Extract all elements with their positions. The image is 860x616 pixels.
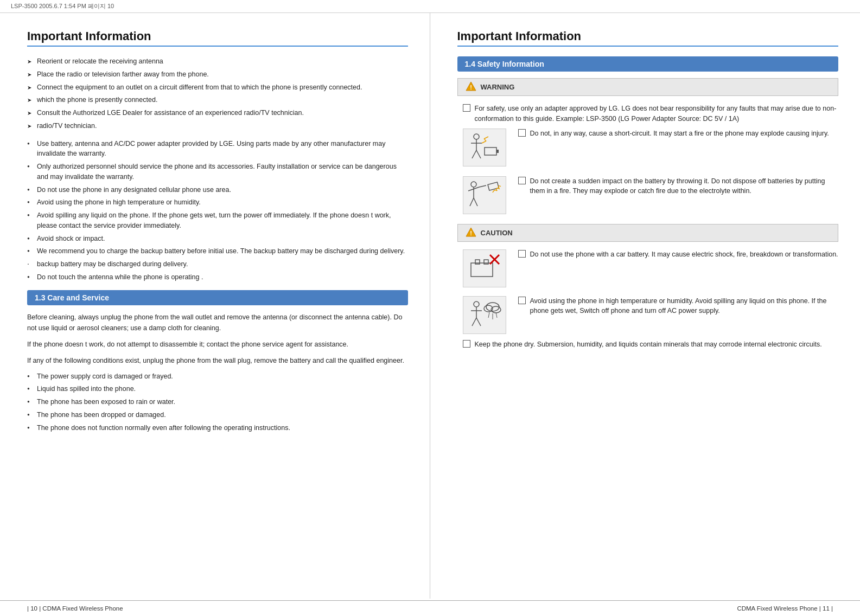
warning-label: WARNING xyxy=(481,83,515,91)
dot-item-4: Avoid using the phone in high temperatur… xyxy=(27,197,408,208)
footer: | 10 | CDMA Fixed Wireless Phone CDMA Fi… xyxy=(0,600,860,616)
svg-rect-21 xyxy=(471,263,493,277)
svg-rect-22 xyxy=(475,260,480,264)
arrow-item-3: Connect the equipment to an outlet on a … xyxy=(27,82,408,93)
svg-rect-7 xyxy=(485,147,496,155)
svg-line-17 xyxy=(474,198,477,206)
caution-item-2: Avoid using the phone in high temperatur… xyxy=(463,296,839,334)
svg-point-12 xyxy=(471,182,476,187)
arrow-item-2: Place the radio or television farther aw… xyxy=(27,69,408,80)
checkbox-icon-2 xyxy=(518,129,526,137)
checkbox-icon-c1 xyxy=(518,250,526,258)
warning-text-2: Do not, in any way, cause a short-circui… xyxy=(530,129,829,139)
condition-5: The phone does not function normally eve… xyxy=(27,423,408,433)
dot-item-3: Do not use the phone in any designated c… xyxy=(27,185,408,195)
dot-item-7: We recommend you to charge the backup ba… xyxy=(27,246,408,256)
care-section-header-text: 1.3 Care and Service xyxy=(35,293,109,302)
top-bar-text: LSP-3500 2005.6.7 1:54 PM 페이지 10 xyxy=(11,3,114,9)
caution-text-2: Avoid using the phone in high temperatur… xyxy=(530,296,839,317)
warning-triangle-icon: ! xyxy=(466,81,476,93)
caution-text-3: Keep the phone dry. Submersion, humidity… xyxy=(475,339,822,350)
svg-line-16 xyxy=(470,198,474,206)
car-battery-image xyxy=(463,249,506,287)
safety-header-text: 1.4 Safety Information xyxy=(465,60,544,68)
warning-item-2-text: Do not, in any way, cause a short-circui… xyxy=(514,129,839,143)
condition-2: Liquid has spilled into the phone. xyxy=(27,384,408,394)
care-para-2: If the phone doesn t work, do not attemp… xyxy=(27,339,408,350)
condition-3: The phone has been exposed to rain or wa… xyxy=(27,397,408,407)
left-column: Important Information Reorient or reloca… xyxy=(0,13,430,599)
svg-line-5 xyxy=(472,150,476,158)
svg-line-11 xyxy=(484,137,488,139)
checkbox-icon-c2 xyxy=(518,297,526,304)
dot-list: Use battery, antenna and AC/DC power ada… xyxy=(27,139,408,283)
high-temp-image xyxy=(463,296,506,334)
caution-label: CAUTION xyxy=(481,229,513,237)
svg-point-2 xyxy=(474,134,479,139)
svg-line-9 xyxy=(482,141,486,143)
battery-throw-image xyxy=(463,176,506,214)
caution-item-1: Do not use the phone with a car battery.… xyxy=(463,249,839,287)
caution-text-1: Do not use the phone with a car battery.… xyxy=(530,249,838,260)
battery-fire-image xyxy=(463,129,506,166)
care-body: Before cleaning, always unplug the phone… xyxy=(27,312,408,433)
checkbox-icon-1 xyxy=(463,104,470,112)
right-section-title: Important Information xyxy=(457,29,839,47)
dot-item-2: Only authorized personnel should service… xyxy=(27,162,408,182)
top-bar: LSP-3500 2005.6.7 1:54 PM 페이지 10 xyxy=(0,0,860,13)
safety-section-header: 1.4 Safety Information xyxy=(457,56,839,72)
caution-triangle-icon: ! xyxy=(466,227,476,239)
caution-item-1-text: Do not use the phone with a car battery.… xyxy=(514,249,839,264)
dot-item-8: Do not touch the antenna while the phone… xyxy=(27,272,408,283)
care-section-header: 1.3 Care and Service xyxy=(27,290,408,305)
arrow-item-3b: which the phone is presently connected. xyxy=(27,95,408,105)
svg-line-10 xyxy=(484,139,486,141)
dot-item-6: Avoid shock or impact. xyxy=(27,234,408,244)
svg-rect-23 xyxy=(484,260,488,264)
right-column: Important Information 1.4 Safety Informa… xyxy=(430,13,861,599)
warning-bar: ! WARNING xyxy=(457,78,839,96)
arrow-item-4b: radio/TV technician. xyxy=(27,121,408,131)
condition-1: The power supply cord is damaged or fray… xyxy=(27,371,408,382)
warning-item-3-text: Do not create a sudden impact on the bat… xyxy=(514,176,839,201)
checkbox-icon-3 xyxy=(518,177,526,184)
checkbox-icon-c3 xyxy=(463,340,470,348)
svg-text:!: ! xyxy=(470,230,472,236)
svg-rect-8 xyxy=(496,150,499,153)
caution-items: Do not use the phone with a car battery.… xyxy=(457,249,839,350)
warning-text-3: Do not create a sudden impact on the bat… xyxy=(530,176,839,197)
footer-right: CDMA Fixed Wireless Phone | 11 | xyxy=(737,605,833,612)
condition-list: The power supply cord is damaged or fray… xyxy=(27,371,408,433)
svg-line-6 xyxy=(476,150,481,158)
dot-item-5: Avoid spilling any liquid on the phone. … xyxy=(27,210,408,231)
warning-item-2: Do not, in any way, cause a short-circui… xyxy=(463,129,839,166)
warning-item-1: For safety, use only an adapter approved… xyxy=(463,104,839,124)
warning-items: For safety, use only an adapter approved… xyxy=(457,104,839,214)
arrow-item-4: Consult the Authorized LGE Dealer for as… xyxy=(27,108,408,118)
care-para-1: Before cleaning, always unplug the phone… xyxy=(27,312,408,333)
condition-4: The phone has been dropped or damaged. xyxy=(27,410,408,420)
arrow-list: Reorient or relocate the receiving anten… xyxy=(27,56,408,131)
svg-line-34 xyxy=(488,312,489,318)
warning-item-3: Do not create a sudden impact on the bat… xyxy=(463,176,839,214)
svg-point-26 xyxy=(474,301,479,307)
footer-left: | 10 | CDMA Fixed Wireless Phone xyxy=(27,605,123,612)
svg-line-29 xyxy=(472,318,476,326)
svg-rect-18 xyxy=(488,182,499,190)
caution-item-2-text: Avoid using the phone in high temperatur… xyxy=(514,296,839,321)
care-para-3: If any of the following conditions exist… xyxy=(27,355,408,366)
svg-line-15 xyxy=(479,185,486,187)
svg-text:!: ! xyxy=(470,84,472,91)
arrow-item-1: Reorient or relocate the receiving anten… xyxy=(27,56,408,67)
caution-bar: ! CAUTION xyxy=(457,224,839,242)
left-section-title: Important Information xyxy=(27,29,408,47)
caution-item-3: Keep the phone dry. Submersion, humidity… xyxy=(463,339,839,350)
svg-line-30 xyxy=(476,318,481,326)
dot-item-1: Use battery, antenna and AC/DC power ada… xyxy=(27,139,408,159)
warning-text-1: For safety, use only an adapter approved… xyxy=(475,104,839,124)
dot-item-7b: backup battery may be discharged during … xyxy=(27,259,408,270)
